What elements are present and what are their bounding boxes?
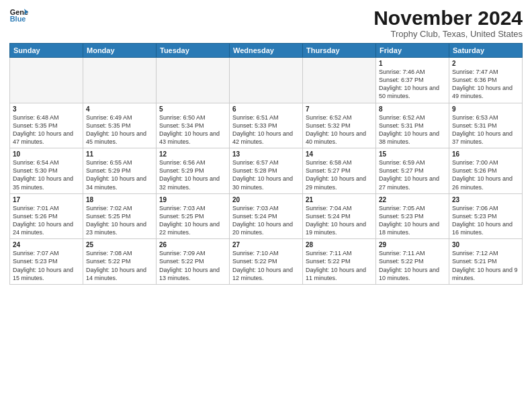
calendar-cell: [10, 58, 83, 103]
day-number: 3: [13, 105, 80, 113]
day-info: Sunrise: 6:48 AMSunset: 5:35 PMDaylight:…: [13, 113, 80, 146]
day-info: Sunrise: 6:53 AMSunset: 5:31 PMDaylight:…: [452, 113, 519, 146]
day-info: Sunrise: 7:47 AMSunset: 6:36 PMDaylight:…: [452, 68, 519, 101]
day-info: Sunrise: 7:11 AMSunset: 5:22 PMDaylight:…: [379, 249, 446, 282]
day-number: 1: [379, 60, 446, 67]
week-row-2: 3Sunrise: 6:48 AMSunset: 5:35 PMDaylight…: [10, 103, 523, 148]
day-number: 23: [452, 196, 519, 203]
day-number: 7: [306, 105, 373, 113]
day-number: 22: [379, 196, 446, 203]
day-number: 29: [379, 241, 446, 248]
day-info: Sunrise: 7:05 AMSunset: 5:23 PMDaylight:…: [379, 204, 446, 237]
day-info: Sunrise: 6:52 AMSunset: 5:32 PMDaylight:…: [306, 113, 373, 146]
day-info: Sunrise: 6:58 AMSunset: 5:27 PMDaylight:…: [306, 158, 373, 191]
header: General Blue General Blue November 2024 …: [9, 7, 523, 39]
day-number: 30: [452, 241, 519, 248]
calendar-cell: 13Sunrise: 6:57 AMSunset: 5:28 PMDayligh…: [230, 148, 303, 194]
day-info: Sunrise: 6:55 AMSunset: 5:29 PMDaylight:…: [86, 158, 153, 191]
location: Trophy Club, Texas, United States: [373, 29, 523, 39]
calendar-cell: 29Sunrise: 7:11 AMSunset: 5:22 PMDayligh…: [376, 239, 449, 285]
days-header-row: SundayMondayTuesdayWednesdayThursdayFrid…: [10, 44, 523, 58]
day-header-monday: Monday: [83, 44, 157, 58]
day-header-thursday: Thursday: [303, 44, 376, 58]
day-info: Sunrise: 6:52 AMSunset: 5:31 PMDaylight:…: [379, 113, 446, 146]
day-info: Sunrise: 7:11 AMSunset: 5:22 PMDaylight:…: [306, 249, 373, 282]
calendar-cell: 7Sunrise: 6:52 AMSunset: 5:32 PMDaylight…: [303, 103, 376, 148]
calendar-cell: 2Sunrise: 7:47 AMSunset: 6:36 PMDaylight…: [449, 58, 523, 103]
calendar-cell: 11Sunrise: 6:55 AMSunset: 5:29 PMDayligh…: [83, 148, 157, 194]
title-area: November 2024 Trophy Club, Texas, United…: [373, 7, 523, 39]
day-number: 5: [159, 105, 226, 113]
day-info: Sunrise: 7:46 AMSunset: 6:37 PMDaylight:…: [379, 68, 446, 101]
day-info: Sunrise: 6:56 AMSunset: 5:29 PMDaylight:…: [159, 158, 226, 191]
calendar-table: SundayMondayTuesdayWednesdayThursdayFrid…: [9, 43, 523, 285]
day-header-tuesday: Tuesday: [157, 44, 230, 58]
day-info: Sunrise: 7:00 AMSunset: 5:26 PMDaylight:…: [452, 158, 519, 191]
day-number: 21: [306, 196, 373, 203]
month-title: November 2024: [373, 7, 523, 29]
calendar-cell: 17Sunrise: 7:01 AMSunset: 5:26 PMDayligh…: [10, 193, 83, 239]
day-header-saturday: Saturday: [449, 44, 523, 58]
logo-icon: General Blue: [9, 7, 28, 26]
calendar-cell: 20Sunrise: 7:03 AMSunset: 5:24 PMDayligh…: [230, 193, 303, 239]
day-number: 2: [452, 60, 519, 67]
week-row-4: 17Sunrise: 7:01 AMSunset: 5:26 PMDayligh…: [10, 193, 523, 239]
calendar-cell: 14Sunrise: 6:58 AMSunset: 5:27 PMDayligh…: [303, 148, 376, 194]
day-info: Sunrise: 7:01 AMSunset: 5:26 PMDaylight:…: [13, 204, 80, 237]
day-info: Sunrise: 7:07 AMSunset: 5:23 PMDaylight:…: [13, 249, 80, 282]
day-number: 14: [306, 150, 373, 158]
week-row-1: 1Sunrise: 7:46 AMSunset: 6:37 PMDaylight…: [10, 58, 523, 103]
calendar-cell: [230, 58, 303, 103]
calendar-cell: 30Sunrise: 7:12 AMSunset: 5:21 PMDayligh…: [449, 239, 523, 285]
day-number: 11: [86, 150, 153, 158]
day-header-sunday: Sunday: [10, 44, 83, 58]
day-number: 19: [159, 196, 226, 203]
day-info: Sunrise: 7:04 AMSunset: 5:24 PMDaylight:…: [306, 204, 373, 237]
day-number: 17: [13, 196, 80, 203]
day-info: Sunrise: 7:06 AMSunset: 5:23 PMDaylight:…: [452, 204, 519, 237]
calendar-cell: 10Sunrise: 6:54 AMSunset: 5:30 PMDayligh…: [10, 148, 83, 194]
day-info: Sunrise: 7:12 AMSunset: 5:21 PMDaylight:…: [452, 249, 519, 282]
day-info: Sunrise: 7:02 AMSunset: 5:25 PMDaylight:…: [86, 204, 153, 237]
day-info: Sunrise: 7:10 AMSunset: 5:22 PMDaylight:…: [232, 249, 300, 282]
day-number: 24: [13, 241, 80, 248]
calendar-cell: 19Sunrise: 7:03 AMSunset: 5:25 PMDayligh…: [157, 193, 230, 239]
day-number: 28: [306, 241, 373, 248]
day-number: 10: [13, 150, 80, 158]
day-info: Sunrise: 6:57 AMSunset: 5:28 PMDaylight:…: [232, 158, 300, 191]
day-number: 12: [159, 150, 226, 158]
calendar-cell: 3Sunrise: 6:48 AMSunset: 5:35 PMDaylight…: [10, 103, 83, 148]
calendar-cell: [303, 58, 376, 103]
calendar-cell: 9Sunrise: 6:53 AMSunset: 5:31 PMDaylight…: [449, 103, 523, 148]
calendar-cell: 6Sunrise: 6:51 AMSunset: 5:33 PMDaylight…: [230, 103, 303, 148]
calendar-cell: 12Sunrise: 6:56 AMSunset: 5:29 PMDayligh…: [157, 148, 230, 194]
calendar-cell: 15Sunrise: 6:59 AMSunset: 5:27 PMDayligh…: [376, 148, 449, 194]
day-header-wednesday: Wednesday: [230, 44, 303, 58]
calendar-cell: 25Sunrise: 7:08 AMSunset: 5:22 PMDayligh…: [83, 239, 157, 285]
calendar-cell: 4Sunrise: 6:49 AMSunset: 5:35 PMDaylight…: [83, 103, 157, 148]
calendar-cell: 26Sunrise: 7:09 AMSunset: 5:22 PMDayligh…: [157, 239, 230, 285]
day-number: 18: [86, 196, 153, 203]
day-info: Sunrise: 6:49 AMSunset: 5:35 PMDaylight:…: [86, 113, 153, 146]
day-info: Sunrise: 6:50 AMSunset: 5:34 PMDaylight:…: [159, 113, 226, 146]
day-info: Sunrise: 6:54 AMSunset: 5:30 PMDaylight:…: [13, 158, 80, 191]
calendar-cell: 21Sunrise: 7:04 AMSunset: 5:24 PMDayligh…: [303, 193, 376, 239]
day-number: 25: [86, 241, 153, 248]
svg-text:Blue: Blue: [10, 15, 26, 23]
calendar-cell: 27Sunrise: 7:10 AMSunset: 5:22 PMDayligh…: [230, 239, 303, 285]
day-number: 6: [232, 105, 300, 113]
day-number: 4: [86, 105, 153, 113]
calendar-cell: 22Sunrise: 7:05 AMSunset: 5:23 PMDayligh…: [376, 193, 449, 239]
calendar-cell: 16Sunrise: 7:00 AMSunset: 5:26 PMDayligh…: [449, 148, 523, 194]
day-number: 26: [159, 241, 226, 248]
day-info: Sunrise: 7:09 AMSunset: 5:22 PMDaylight:…: [159, 249, 226, 282]
day-number: 15: [379, 150, 446, 158]
calendar-cell: 8Sunrise: 6:52 AMSunset: 5:31 PMDaylight…: [376, 103, 449, 148]
logo: General Blue General Blue: [9, 7, 28, 26]
day-number: 8: [379, 105, 446, 113]
calendar-cell: 28Sunrise: 7:11 AMSunset: 5:22 PMDayligh…: [303, 239, 376, 285]
day-number: 13: [232, 150, 300, 158]
calendar-cell: 5Sunrise: 6:50 AMSunset: 5:34 PMDaylight…: [157, 103, 230, 148]
calendar-cell: [83, 58, 157, 103]
day-info: Sunrise: 6:51 AMSunset: 5:33 PMDaylight:…: [232, 113, 300, 146]
